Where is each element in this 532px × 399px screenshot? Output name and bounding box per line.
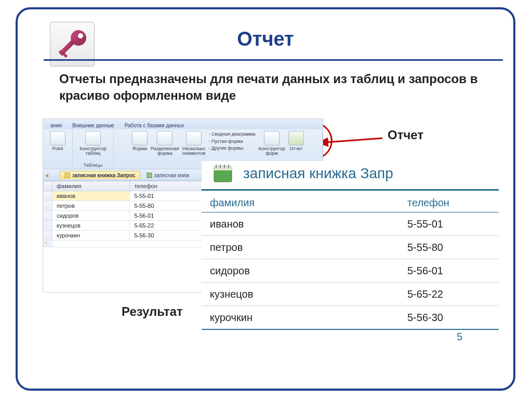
- row-selector[interactable]: [44, 221, 52, 231]
- cell[interactable]: петров: [52, 201, 130, 211]
- query-tab-icon: [64, 172, 70, 178]
- ribbon-button-report[interactable]: Отчет: [288, 131, 304, 151]
- slide-description: Отчеты предназначены для печати данных и…: [59, 71, 487, 104]
- cell[interactable]: 5-56-01: [130, 211, 204, 221]
- column-header-phone[interactable]: телефон: [130, 181, 204, 191]
- cell[interactable]: 5-56-30: [130, 231, 204, 241]
- cell[interactable]: 5-65-22: [130, 221, 204, 231]
- row-selector[interactable]: [44, 191, 52, 201]
- query-panel: ◄ записная книжка Запрос записная книж ф…: [43, 170, 204, 292]
- report-divider: [202, 189, 499, 191]
- row-selector[interactable]: [44, 211, 52, 221]
- report-count: 5: [202, 329, 499, 343]
- cell[interactable]: курочкин: [52, 231, 130, 241]
- row-selector[interactable]: [44, 201, 52, 211]
- multi-items-icon: [186, 131, 202, 145]
- ribbon-button-multi[interactable]: Несколько элементов: [182, 131, 206, 156]
- form-designer-icon: [264, 131, 280, 145]
- report-col-name: фамилия: [210, 197, 407, 209]
- report-row: курочкин5-56-30: [202, 306, 499, 329]
- ribbon-button-split-form[interactable]: Разделенная форма: [151, 131, 179, 156]
- cell[interactable]: сидоров: [52, 211, 130, 221]
- report-row: сидоров5-56-01: [202, 259, 499, 283]
- cell[interactable]: 5-55-01: [130, 191, 204, 201]
- ribbon-item[interactable]: Другие формы: [208, 145, 255, 152]
- ribbon-tab[interactable]: Внешние данные: [67, 122, 119, 129]
- group-label: Таблицы: [84, 163, 103, 168]
- svg-rect-7: [65, 173, 70, 178]
- notebook-icon: [210, 163, 235, 184]
- ribbon-button-form-designer[interactable]: Конструктор форм: [259, 131, 285, 156]
- sharepoint-icon: [50, 131, 65, 145]
- row-selector[interactable]: [44, 231, 52, 241]
- split-form-icon: [157, 131, 172, 145]
- table-designer-icon: [85, 131, 101, 145]
- title-underline: [44, 59, 503, 61]
- slide-title: Отчет: [18, 28, 513, 50]
- report-row: петров5-55-80: [202, 236, 499, 259]
- cell[interactable]: иванов: [52, 191, 130, 201]
- svg-line-5: [325, 138, 382, 142]
- report-row: иванов5-55-01: [202, 212, 499, 236]
- label-result: Результат: [122, 304, 183, 319]
- ribbon-tab[interactable]: Работа с базами данных: [119, 122, 190, 129]
- datasheet-grid[interactable]: фамилия телефон иванов5-55-01 петров5-55…: [43, 181, 204, 247]
- nav-left-icon[interactable]: ◄: [43, 172, 50, 178]
- new-row-selector[interactable]: *: [44, 241, 52, 247]
- document-tab[interactable]: записная книж: [142, 171, 194, 179]
- svg-rect-8: [147, 173, 152, 178]
- report-col-phone: телефон: [407, 197, 490, 209]
- ribbon-item[interactable]: Пустая форма: [208, 138, 255, 145]
- document-tabs: ◄ записная книжка Запрос записная книж: [43, 170, 204, 181]
- report-icon: [288, 131, 304, 145]
- ribbon-tabs: ание Внешние данные Работа с базами данн…: [43, 119, 323, 129]
- report-tab-icon: [147, 172, 152, 178]
- ribbon-item[interactable]: Сводная диаграмма: [208, 131, 255, 138]
- document-tab-active[interactable]: записная книжка Запрос: [60, 171, 140, 179]
- cell[interactable]: кузнецов: [52, 221, 130, 231]
- arrow-to-report-icon: [320, 132, 388, 153]
- ribbon-button-table-designer[interactable]: Конструктор таблиц: [79, 131, 106, 156]
- ribbon-form-list: Сводная диаграмма Пустая форма Другие фо…: [208, 131, 255, 152]
- ribbon-tab[interactable]: ание: [45, 122, 67, 129]
- cell[interactable]: 5-55-80: [130, 201, 204, 211]
- ribbon-button-form[interactable]: Форма: [132, 131, 148, 151]
- column-header-name[interactable]: фамилия: [52, 181, 130, 191]
- report-title: записная книжка Запр: [243, 165, 393, 182]
- form-icon: [132, 131, 148, 145]
- new-row-cell[interactable]: [52, 241, 204, 247]
- report-preview: записная книжка Запр фамилия телефон ива…: [202, 161, 499, 379]
- report-column-headers: фамилия телефон: [202, 197, 499, 211]
- select-all-cell[interactable]: [44, 181, 52, 191]
- label-report: Отчет: [388, 128, 423, 142]
- ribbon-button-point[interactable]: Point: [50, 131, 65, 151]
- report-row: кузнецов5-65-22: [202, 283, 499, 306]
- slide-frame: Отчет Отчеты предназначены для печати да…: [16, 7, 515, 391]
